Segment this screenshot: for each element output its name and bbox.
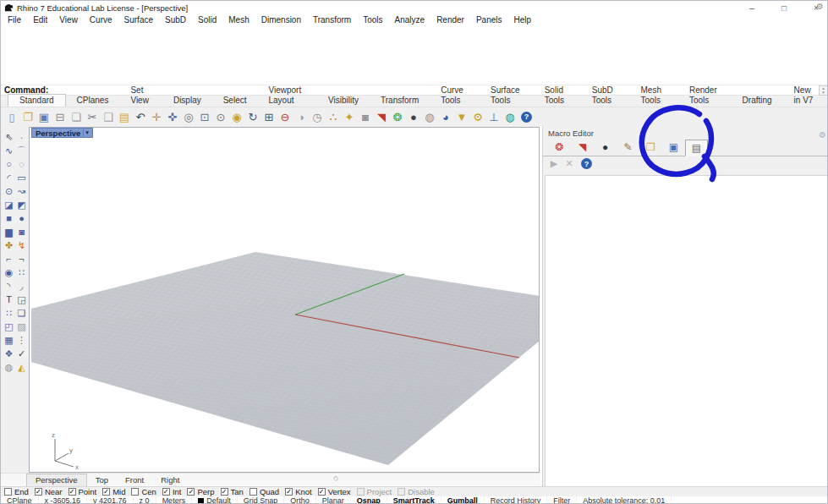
rendered-view-icon[interactable]: ◕	[438, 109, 453, 125]
scale-tool[interactable]: ◲	[15, 293, 28, 306]
units-pane[interactable]: Meters	[156, 496, 193, 504]
checkbox[interactable]	[318, 488, 326, 496]
zoom-icon[interactable]: ◎	[181, 109, 196, 125]
osnap-int[interactable]: Int	[162, 487, 182, 496]
ghosted-view-icon[interactable]: ◍	[422, 109, 437, 125]
layer-pane[interactable]: Default	[192, 496, 238, 504]
notes-panel-tab[interactable]: ✎	[617, 139, 639, 156]
lock-icon[interactable]: ◙	[358, 109, 373, 125]
hatch-tool[interactable]: ▨	[15, 320, 28, 333]
curve-tool[interactable]: ∿	[3, 144, 15, 157]
run-macro-button[interactable]: ▶	[548, 158, 560, 170]
tolerance-info[interactable]: Absolute tolerance: 0.01	[577, 496, 672, 504]
toolbar-tab[interactable]: SubD Tools	[581, 85, 630, 107]
osnap-cen[interactable]: Cen	[131, 487, 156, 496]
copy-tool[interactable]: ❏	[15, 306, 28, 320]
menu-item[interactable]: Curve	[84, 15, 118, 25]
menu-item[interactable]: Mesh	[222, 15, 255, 25]
viewport-tab[interactable]: Front	[117, 474, 152, 486]
menu-item[interactable]: View	[53, 15, 84, 25]
print-icon[interactable]: ⊟	[52, 109, 68, 125]
osnap-points-icon[interactable]: ∴	[326, 109, 341, 125]
selection-filter-icon[interactable]: ▼	[454, 109, 469, 125]
minimize-button[interactable]: –	[746, 3, 758, 13]
osnap-near[interactable]: Near	[35, 487, 63, 496]
zoom-extents-icon[interactable]: ⊙	[213, 109, 228, 125]
circle-tool[interactable]: ○	[3, 157, 15, 171]
surface-rebuild-tool[interactable]: ◩	[15, 198, 28, 211]
shaded-view-icon[interactable]: ●	[406, 109, 421, 125]
toolbar-tab[interactable]: Curve Tools	[430, 85, 480, 107]
shade-mode-icon[interactable]: ◑	[293, 109, 309, 125]
menu-item[interactable]: File	[2, 15, 27, 25]
osnap-vertex[interactable]: Vertex	[318, 487, 351, 496]
layers-panel-tab[interactable]: ◥	[571, 139, 594, 156]
checkbox[interactable]	[162, 488, 170, 496]
ellipse-tool[interactable]: ◌	[15, 157, 28, 171]
menu-item[interactable]: Panels	[470, 15, 508, 25]
color-wheel-icon[interactable]: ❂	[390, 109, 405, 125]
group-tool[interactable]: ❖	[3, 347, 15, 360]
checkbox[interactable]	[398, 488, 405, 496]
toolbar-tab[interactable]: CPlanes	[66, 95, 120, 107]
box-tool[interactable]: ■	[3, 211, 15, 225]
polygon-tool[interactable]: ⊙	[3, 184, 15, 198]
chamfer-tool[interactable]: ¬	[15, 252, 28, 266]
text-tool[interactable]: T	[3, 293, 15, 306]
checkbox[interactable]	[285, 488, 293, 496]
checkbox[interactable]	[249, 488, 257, 496]
solid-tools[interactable]: ◙	[15, 225, 28, 238]
save-icon[interactable]: ▣	[36, 109, 52, 125]
cut-icon[interactable]: ✂	[85, 109, 100, 125]
history-icon[interactable]: ◷	[310, 109, 325, 125]
macro-help-button[interactable]: ?	[581, 158, 592, 169]
new-file-icon[interactable]: ▯	[4, 109, 19, 125]
smarttrack-toggle[interactable]: SmartTrack	[387, 496, 441, 504]
toolbar-tab[interactable]: Mesh Tools	[630, 85, 678, 107]
boolean-tool[interactable]: ✤	[3, 238, 15, 252]
sphere-tool[interactable]: ●	[15, 211, 28, 225]
layers-icon[interactable]: ◥	[374, 109, 389, 125]
earth-icon[interactable]: ◍	[502, 109, 518, 125]
menu-item[interactable]: Dimension	[255, 15, 307, 25]
menu-item[interactable]: Tools	[357, 15, 388, 25]
copy-icon[interactable]: ❑	[101, 109, 116, 125]
toolbar-tab[interactable]: Viewport Layout	[258, 85, 318, 107]
stop-macro-button[interactable]: ✕	[563, 158, 575, 170]
rotate-view-icon[interactable]: ↻	[245, 109, 260, 125]
checkbox[interactable]	[221, 488, 228, 496]
panel-options-gear-icon[interactable]: ⚙	[819, 130, 826, 140]
arc-blend-tool[interactable]: ◝	[3, 279, 15, 293]
checkbox[interactable]	[102, 488, 110, 496]
x-coordinate[interactable]: x -3605.16	[39, 496, 88, 504]
toolbar-tab[interactable]: Visibility	[317, 95, 370, 107]
checkbox[interactable]	[35, 488, 42, 496]
help-icon[interactable]: ?	[521, 112, 532, 123]
display-panel-tab[interactable]: ●	[594, 139, 617, 156]
point-tool[interactable]: ∙	[15, 130, 28, 144]
checkbox[interactable]	[69, 488, 76, 496]
viewport-tab[interactable]: Top	[87, 474, 117, 486]
macro-editor-content[interactable]	[545, 175, 828, 486]
grid-snap-toggle[interactable]: Grid Snap	[238, 496, 285, 504]
osnap-disable[interactable]: Disable	[398, 487, 435, 496]
toolbar-tab[interactable]: Display	[162, 95, 212, 107]
point-cloud-tool[interactable]: ∷	[15, 266, 28, 279]
hide-objects-icon[interactable]: ⊖	[277, 109, 293, 125]
new-viewport-tab-icon[interactable]: ◇	[333, 474, 338, 482]
osnap-end[interactable]: End	[4, 487, 29, 496]
boolean-union-tool[interactable]: ◉	[3, 266, 15, 279]
menu-item[interactable]: Render	[430, 15, 470, 25]
toolbar-tab[interactable]: Surface Tools	[480, 85, 534, 107]
menu-item[interactable]: Surface	[118, 15, 159, 25]
pyramid-tool[interactable]: ◭	[15, 360, 28, 374]
toolbar-tab[interactable]: New in V7	[783, 85, 828, 107]
undo-icon[interactable]: ↶	[133, 109, 148, 125]
libraries-panel-tab[interactable]: ❐	[639, 139, 662, 156]
color-wheel-panel-tab[interactable]: ❂	[548, 139, 571, 156]
z-coordinate[interactable]: z 0	[134, 496, 156, 504]
checkbox[interactable]	[187, 488, 195, 496]
toolbar-tab[interactable]: Set View	[119, 85, 162, 107]
viewport-tab[interactable]: Right	[152, 474, 188, 486]
checkbox[interactable]	[131, 488, 139, 496]
